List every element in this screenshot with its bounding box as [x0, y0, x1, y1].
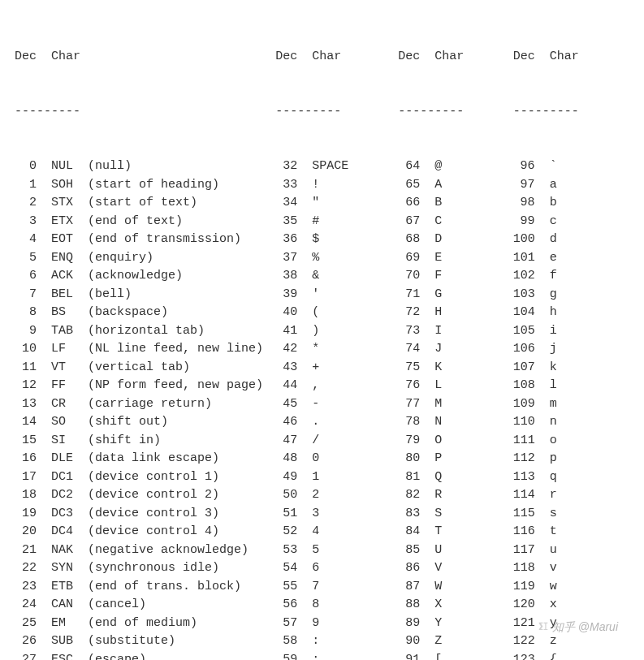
table-row: 46 .	[275, 413, 398, 432]
cell-desc: (end of text)	[88, 213, 183, 231]
cell-char: 5	[312, 541, 319, 560]
header-dec: Dec	[398, 48, 420, 67]
table-row: 26 SUB (substitute)	[15, 632, 275, 651]
table-row: 106 j	[513, 340, 629, 359]
cell-desc: (device control 2)	[88, 486, 219, 505]
cell-char: *	[312, 340, 319, 359]
table-row: 69 E	[398, 249, 512, 268]
cell-dec: 36	[275, 231, 297, 249]
cell-char: N	[434, 413, 442, 432]
cell-char: i	[550, 322, 557, 341]
cell-dec: 85	[398, 541, 420, 560]
table-row: 117 u	[513, 541, 629, 560]
cell-char: G	[434, 286, 442, 304]
cell-dec: 101	[513, 249, 535, 268]
cell-desc: (start of heading)	[88, 176, 219, 195]
cell-dec: 53	[275, 541, 297, 560]
table-row: 70 F	[398, 267, 512, 286]
cell-dec: 51	[275, 505, 297, 524]
cell-dec: 49	[275, 468, 297, 487]
cell-char: 8	[312, 596, 319, 615]
cell-dec: 7	[15, 286, 37, 304]
cell-dec: 79	[398, 432, 420, 451]
cell-char: &	[312, 267, 319, 286]
cell-desc: (carriage return)	[88, 395, 212, 414]
cell-char: H	[434, 304, 442, 322]
cell-dec: 32	[275, 157, 297, 176]
table-row: 10 LF (NL line feed, new line)	[15, 340, 275, 359]
cell-dec: 25	[15, 615, 37, 633]
cell-char: @	[434, 157, 442, 176]
table-row: 80 P	[398, 450, 512, 468]
table-row: 7 BEL (bell)	[15, 286, 275, 304]
cell-dec: 100	[513, 231, 535, 249]
cell-mnemonic: SYN	[51, 559, 73, 578]
table-row: 79 O	[398, 432, 512, 451]
cell-dec: 9	[15, 322, 37, 341]
table-row: 121 y	[513, 615, 629, 633]
cell-dec: 97	[513, 176, 535, 195]
cell-char: v	[550, 559, 557, 578]
cell-char: 6	[312, 559, 319, 578]
cell-char: '	[312, 286, 319, 304]
cell-char: q	[550, 468, 557, 487]
cell-mnemonic: SI	[51, 432, 73, 451]
cell-dec: 86	[398, 559, 420, 578]
table-row: 25 EM (end of medium)	[15, 615, 275, 633]
cell-desc: (substitute)	[88, 632, 175, 651]
cell-dec: 70	[398, 267, 420, 286]
cell-char: (	[312, 304, 319, 322]
cell-mnemonic: ETX	[51, 213, 73, 231]
cell-char: !	[312, 176, 319, 195]
cell-char: {	[550, 651, 557, 661]
table-row: 115 s	[513, 505, 629, 524]
table-row: 71 G	[398, 286, 512, 304]
cell-dec: 45	[275, 395, 297, 414]
cell-mnemonic: VT	[51, 359, 73, 377]
cell-char: V	[434, 559, 442, 578]
cell-dec: 46	[275, 413, 297, 432]
cell-mnemonic: NUL	[51, 157, 73, 176]
cell-dec: 115	[513, 505, 535, 524]
cell-dec: 12	[15, 377, 37, 395]
cell-mnemonic: TAB	[51, 322, 73, 341]
cell-dec: 27	[15, 651, 37, 661]
cell-dec: 104	[513, 304, 535, 322]
cell-char: 3	[312, 505, 319, 524]
cell-char: ;	[312, 651, 319, 661]
table-row: 108 l	[513, 377, 629, 395]
cell-dec: 68	[398, 231, 420, 249]
cell-mnemonic: DLE	[51, 450, 73, 468]
cell-dec: 103	[513, 286, 535, 304]
ascii-column-0: Dec Char --------- 0 NUL (null)1 SOH (st…	[15, 11, 275, 660]
table-row: 20 DC4 (device control 4)	[15, 523, 275, 541]
table-row: 75 K	[398, 359, 512, 377]
cell-dec: 76	[398, 377, 420, 395]
table-row: 54 6	[275, 559, 398, 578]
table-row: 2 STX (start of text)	[15, 194, 275, 213]
cell-char: %	[312, 249, 319, 268]
table-row: 27 ESC (escape)	[15, 651, 275, 661]
cell-dec: 99	[513, 213, 535, 231]
cell-dec: 123	[513, 651, 535, 661]
cell-dec: 10	[15, 340, 37, 359]
column-body: 32 SPACE33 !34 "35 #36 $37 %38 &39 '40 (…	[275, 157, 398, 660]
table-row: 111 o	[513, 432, 629, 451]
cell-char: ,	[312, 377, 319, 395]
table-row: 104 h	[513, 304, 629, 322]
cell-dec: 52	[275, 523, 297, 541]
header-rule: ---------	[398, 103, 512, 122]
table-row: 109 m	[513, 395, 629, 414]
cell-char: 4	[312, 523, 319, 541]
cell-dec: 88	[398, 596, 420, 615]
cell-char: R	[434, 486, 442, 505]
table-row: 74 J	[398, 340, 512, 359]
cell-dec: 90	[398, 632, 420, 651]
column-body: 64 @65 A66 B67 C68 D69 E70 F71 G72 H73 I…	[398, 157, 512, 660]
cell-char: I	[434, 322, 442, 341]
table-row: 73 I	[398, 322, 512, 341]
cell-char: T	[434, 523, 442, 541]
table-row: 110 n	[513, 413, 629, 432]
table-row: 119 w	[513, 578, 629, 597]
table-row: 122 z	[513, 632, 629, 651]
